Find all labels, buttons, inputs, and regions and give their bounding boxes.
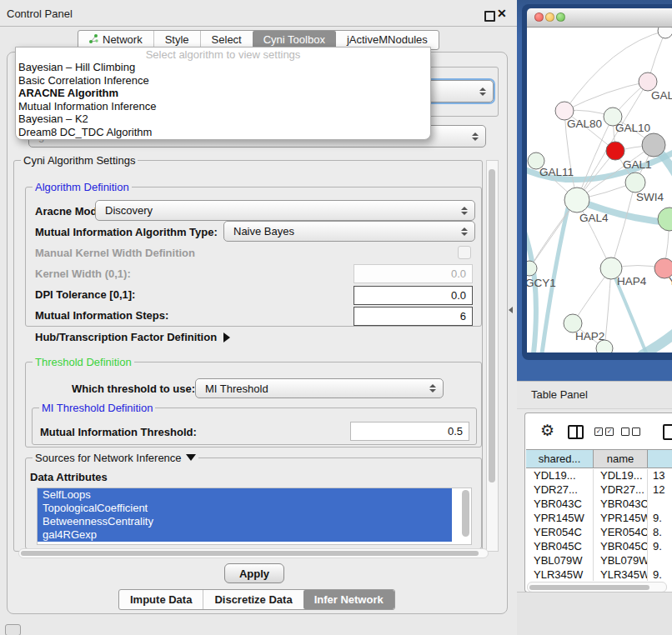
gear-icon[interactable]: ⚙ bbox=[540, 422, 554, 438]
network-node-gal4[interactable] bbox=[564, 188, 589, 212]
list-item-selected[interactable]: SelfLoops bbox=[38, 488, 452, 502]
dropdown-item[interactable]: Bayesian – Hill Climbing bbox=[16, 61, 430, 74]
table-row[interactable]: YER054CYER054C8. bbox=[526, 526, 672, 540]
table-cell[interactable]: YPR145W bbox=[594, 512, 648, 526]
apply-button[interactable]: Apply bbox=[224, 563, 284, 583]
network-node-swi4[interactable] bbox=[658, 208, 672, 231]
table-cell[interactable]: 13 bbox=[648, 469, 672, 483]
network-node[interactable] bbox=[658, 28, 672, 38]
sources-title-text: Sources for Network Inference bbox=[35, 452, 182, 464]
network-edge[interactable] bbox=[604, 268, 611, 348]
table-cell[interactable] bbox=[648, 554, 672, 568]
table-row[interactable]: YBR043CYBR043C bbox=[526, 498, 672, 512]
table-row[interactable]: YBR045CYBR045C9. bbox=[526, 540, 672, 554]
bottom-corner-icon[interactable] bbox=[5, 624, 21, 635]
table-cell[interactable]: 9. bbox=[648, 512, 672, 526]
tab-discretize-data-label: Discretize Data bbox=[214, 590, 292, 609]
dropdown-item[interactable]: Basic Correlation Inference bbox=[16, 74, 430, 88]
column-header-partial[interactable] bbox=[648, 449, 672, 468]
list-item-selected[interactable]: gal4RGexp bbox=[38, 528, 452, 542]
table-cell[interactable]: YBR045C bbox=[594, 540, 648, 554]
table-cell[interactable]: YDL19... bbox=[526, 469, 594, 483]
minimize-traffic-light-icon[interactable] bbox=[545, 12, 554, 22]
dropdown-item[interactable]: Mutual Information Inference bbox=[16, 100, 430, 113]
hub-definition-label: Hub/Transcription Factor Definition bbox=[35, 331, 217, 343]
combo-arrows-icon bbox=[429, 384, 436, 392]
table-cell[interactable] bbox=[648, 498, 672, 512]
table-row[interactable]: YBL079WYBL079W bbox=[526, 554, 672, 568]
network-window-titlebar[interactable] bbox=[527, 8, 672, 28]
table-row[interactable]: YDR27...YDR27...12 bbox=[526, 483, 672, 498]
table-cell[interactable]: YBL079W bbox=[594, 554, 648, 568]
table-cell[interactable]: YDR27... bbox=[594, 483, 648, 498]
column-header-name[interactable]: name bbox=[594, 449, 648, 468]
network-node-label: GAL11 bbox=[539, 166, 574, 178]
hub-definition-toggle[interactable]: Hub/Transcription Factor Definition bbox=[35, 331, 230, 343]
table-cell[interactable]: 9. bbox=[648, 568, 672, 581]
network-node[interactable] bbox=[606, 142, 624, 160]
collapse-down-icon[interactable] bbox=[186, 454, 196, 461]
network-node-gal[interactable] bbox=[639, 72, 657, 91]
mi-type-label: Mutual Information Algorithm Type: bbox=[35, 226, 218, 238]
dropdown-item[interactable]: Dream8 DC_TDC Algorithm bbox=[16, 126, 430, 139]
panel-divider-collapse-icon[interactable] bbox=[509, 307, 513, 313]
table-row[interactable]: YPR145WYPR145W9. bbox=[526, 512, 672, 526]
float-window-icon[interactable] bbox=[484, 11, 495, 22]
table-cell[interactable]: YER054C bbox=[594, 526, 648, 540]
settings-scrollbar-thumb[interactable] bbox=[489, 169, 495, 482]
list-item-selected[interactable]: BetweennessCentrality bbox=[38, 515, 452, 528]
data-attributes-list[interactable]: SelfLoops TopologicalCoefficient Between… bbox=[37, 488, 472, 545]
column-header-shared[interactable]: shared... bbox=[526, 449, 594, 468]
kernel-width-label: Kernel Width (0,1): bbox=[35, 268, 131, 280]
dropdown-item-aracne[interactable]: ARACNE Algorithm bbox=[16, 87, 430, 100]
table-cell[interactable]: 12 bbox=[648, 483, 672, 498]
table-cell[interactable]: YBR045C bbox=[526, 540, 594, 554]
dropdown-item[interactable]: Bayesian – K2 bbox=[16, 112, 430, 126]
deselect-all-columns-icon[interactable] bbox=[621, 428, 640, 436]
table-panel-title: Table Panel bbox=[531, 388, 588, 401]
table-row[interactable]: YLR345WYLR345W9. bbox=[526, 568, 672, 581]
network-node-gal1[interactable] bbox=[625, 172, 645, 192]
network-edge[interactable] bbox=[611, 182, 635, 268]
list-item-selected[interactable]: TopologicalCoefficient bbox=[38, 502, 452, 515]
table-cell[interactable]: YBR043C bbox=[526, 498, 594, 512]
document-icon[interactable] bbox=[663, 424, 672, 440]
zoom-traffic-light-icon[interactable] bbox=[556, 12, 565, 22]
select-all-columns-icon[interactable]: ✓✓ bbox=[594, 428, 614, 436]
table-cell[interactable]: YBL079W bbox=[526, 554, 594, 568]
manual-kernel-checkbox[interactable] bbox=[458, 246, 471, 259]
network-edge[interactable] bbox=[564, 31, 665, 111]
table-cell[interactable]: 8. bbox=[648, 526, 672, 540]
table-cell[interactable]: YDL19... bbox=[594, 469, 648, 483]
table-cell[interactable]: YLR345W bbox=[526, 568, 594, 581]
dpi-tolerance-field[interactable]: 0.0 bbox=[354, 286, 473, 305]
mi-steps-field[interactable]: 6 bbox=[354, 307, 473, 326]
kernel-width-field[interactable]: 0.0 bbox=[354, 264, 473, 283]
table-cell[interactable]: YPR145W bbox=[526, 512, 594, 526]
settings-scrollbar[interactable] bbox=[486, 160, 499, 552]
columns-icon[interactable] bbox=[568, 425, 584, 439]
settings-horizontal-scrollbar[interactable] bbox=[18, 548, 489, 558]
which-threshold-combo[interactable]: MI Threshold bbox=[195, 378, 444, 398]
close-traffic-light-icon[interactable] bbox=[534, 12, 544, 22]
network-view-canvas[interactable]: GALGAL80GAL10GAL1GAL11SWI4GAL4GCY1HAP4YH… bbox=[527, 28, 672, 352]
network-node[interactable] bbox=[596, 340, 613, 352]
table-cell[interactable]: YBR043C bbox=[594, 498, 648, 512]
table-cell[interactable]: YLR345W bbox=[594, 568, 648, 581]
list-scrollbar-thumb[interactable] bbox=[462, 490, 469, 537]
table-horizontal-scrollbar-thumb[interactable] bbox=[529, 585, 649, 590]
network-edge[interactable] bbox=[564, 82, 648, 111]
table-row[interactable]: YDL19...YDL19...13 bbox=[526, 469, 672, 483]
network-node[interactable] bbox=[642, 133, 665, 157]
mi-threshold-field[interactable]: 0.5 bbox=[350, 422, 469, 441]
tab-infer-network[interactable]: Infer Network bbox=[303, 590, 394, 609]
tab-impute-data[interactable]: Impute Data bbox=[119, 590, 203, 609]
tab-discretize-data[interactable]: Discretize Data bbox=[203, 590, 303, 609]
close-icon[interactable]: ✕ bbox=[497, 7, 507, 20]
table-cell[interactable]: YER054C bbox=[526, 526, 594, 540]
table-cell[interactable]: YDR27... bbox=[526, 483, 594, 498]
settings-horizontal-scrollbar-thumb[interactable] bbox=[21, 551, 479, 556]
aracne-mode-combo[interactable]: Discovery bbox=[95, 200, 475, 221]
mi-type-combo[interactable]: Naive Bayes bbox=[223, 221, 475, 242]
table-cell[interactable]: 9. bbox=[648, 540, 672, 554]
